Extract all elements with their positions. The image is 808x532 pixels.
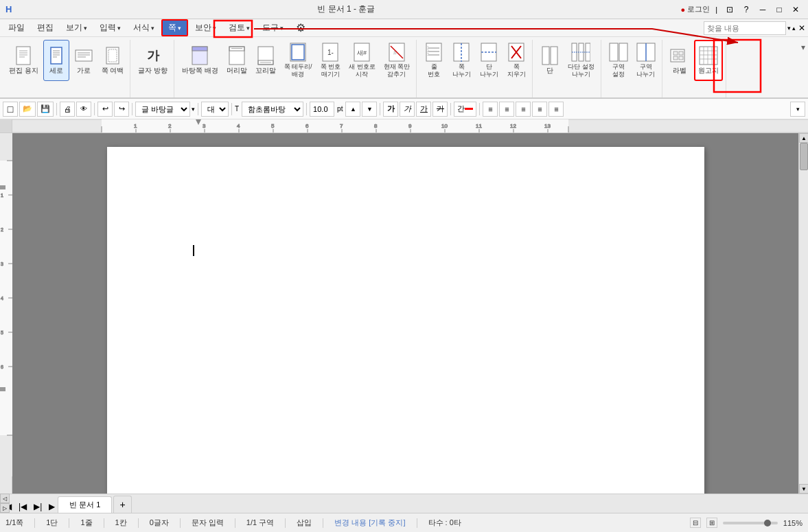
multi-col-label: 다단 설정나누기: [568, 63, 595, 78]
toolbar-style-select[interactable]: 글 바탕글: [135, 102, 190, 117]
toolbar-italic[interactable]: 가: [400, 102, 415, 117]
ribbon-btn-columns[interactable]: 단: [537, 40, 563, 81]
ribbon-btn-font-dir[interactable]: 가 글자 방향: [135, 40, 171, 81]
ribbon-btn-margin[interactable]: 쪽 여백: [98, 40, 128, 81]
toolbar-undo[interactable]: ↩: [97, 102, 113, 117]
ribbon-btn-new-num[interactable]: 새# 새 번호로시작: [345, 40, 379, 81]
ribbon-btn-section-setting[interactable]: 구역설정: [605, 40, 632, 81]
toolbar-underline[interactable]: 가: [416, 102, 431, 117]
section-break-label: 단나누기: [480, 63, 498, 78]
toolbar-expand[interactable]: ▾: [790, 102, 805, 117]
zoom-thumb[interactable]: [764, 520, 771, 527]
toolbar-align-left[interactable]: ≡: [483, 102, 498, 117]
toolbar-new[interactable]: □: [3, 102, 18, 117]
toolbar-strikethrough[interactable]: 가: [432, 102, 448, 117]
ribbon-btn-vertical[interactable]: 세로: [43, 40, 69, 81]
scroll-track[interactable]: [799, 143, 808, 484]
close-button[interactable]: ✕: [789, 3, 803, 16]
zoom-slider[interactable]: [723, 522, 778, 524]
ribbon-btn-edit-paper[interactable]: 편집 용지: [5, 40, 42, 81]
menu-extra[interactable]: ⚙: [290, 20, 311, 36]
scroll-thumb[interactable]: [800, 143, 808, 170]
minimize-button[interactable]: ─: [756, 3, 770, 16]
svg-rect-18: [229, 47, 244, 65]
toolbar-open[interactable]: 📂: [19, 102, 36, 117]
font-size-up[interactable]: ▲: [345, 102, 360, 117]
ribbon-btn-horizontal[interactable]: 가로: [71, 40, 97, 81]
toolbar-redo[interactable]: ↪: [114, 102, 129, 117]
resize-icon[interactable]: ⊡: [723, 3, 737, 16]
menu-view[interactable]: 보기▾: [60, 21, 93, 35]
status-insert: 삽입: [297, 518, 312, 528]
tab-first[interactable]: |◀: [16, 500, 30, 513]
ribbon-btn-header[interactable]: 머리말: [223, 40, 251, 81]
tab-add-button[interactable]: +: [113, 496, 131, 513]
scroll-down-button[interactable]: ▼: [799, 484, 808, 494]
toolbar-print[interactable]: 🖨: [60, 102, 75, 117]
section-divide-label: 구역나누기: [636, 63, 655, 78]
toolbar-distribute[interactable]: ≡: [549, 102, 564, 117]
ribbon-btn-label[interactable]: 라벨: [667, 40, 693, 81]
ribbon-btn-multi-col[interactable]: 다단 설정나누기: [564, 40, 598, 81]
new-num-icon: 새#: [352, 43, 371, 62]
ribbon-btn-footer[interactable]: 꼬리말: [252, 40, 279, 81]
bg-label: 바탕쪽 배경: [182, 67, 218, 74]
toolbar-align-center[interactable]: ≡: [499, 102, 514, 117]
toolbar-preview[interactable]: 👁: [76, 102, 91, 117]
view-mode-icon2[interactable]: ⊞: [706, 518, 717, 528]
next-page-button[interactable]: ▷: [0, 503, 10, 513]
menu-insert[interactable]: 입력▾: [94, 21, 126, 35]
menu-search-input[interactable]: [704, 21, 786, 35]
svg-rect-60: [679, 51, 683, 55]
tab-document1[interactable]: 빈 문서 1: [58, 496, 112, 513]
menu-page[interactable]: 쪽▾: [161, 19, 188, 36]
header-label: 머리말: [227, 67, 247, 74]
font-icon: T: [235, 105, 239, 113]
ribbon-buttons-page-elements: 바탕쪽 배경 머리말 꼬리말 쪽 테두리/배경: [178, 40, 413, 97]
columns-icon: [540, 46, 559, 65]
menu-review[interactable]: 검토▾: [223, 21, 255, 35]
prev-page-button[interactable]: ◁: [0, 494, 10, 503]
ribbon-expand-icon[interactable]: ▾: [801, 43, 805, 52]
font-size-down[interactable]: ▼: [362, 102, 377, 117]
svg-text:4: 4: [1, 296, 3, 301]
menu-tools[interactable]: 도구▾: [257, 21, 289, 35]
ribbon-btn-delete-break[interactable]: 쪽지우기: [503, 40, 529, 81]
style-dropdown-icon[interactable]: ▾: [192, 106, 195, 113]
ribbon-btn-border-bg[interactable]: 쪽 테두리/배경: [281, 40, 316, 81]
view-mode-icon[interactable]: ⊟: [690, 518, 701, 528]
toolbar-font-color[interactable]: 간: [454, 102, 476, 117]
toolbar-align-right[interactable]: ≡: [516, 102, 531, 117]
ribbon-btn-manuscript[interactable]: 원고지: [694, 40, 723, 81]
status-div4: [138, 518, 139, 528]
menu-edit[interactable]: 편집: [32, 21, 59, 35]
toolbar-justify[interactable]: ≡: [532, 102, 547, 117]
ribbon-btn-page-num[interactable]: 1- 쪽 번호매기기: [317, 40, 345, 81]
tab-next[interactable]: ▶: [46, 500, 58, 513]
manuscript-icon: [699, 46, 718, 65]
status-charcount: 0글자: [150, 518, 169, 528]
status-div5: [180, 518, 181, 528]
scroll-up-button[interactable]: ▲: [799, 133, 808, 143]
toolbar-bold[interactable]: 가: [383, 102, 398, 117]
ribbon-btn-section-divide[interactable]: 구역나누기: [633, 40, 659, 81]
ribbon-btn-hide-num[interactable]: # 현재 쪽만감추기: [380, 40, 414, 81]
menu-file[interactable]: 파일: [3, 21, 30, 35]
restore-button[interactable]: □: [772, 3, 786, 16]
toolbar-save[interactable]: 💾: [37, 102, 54, 117]
section-break-icon: [479, 43, 498, 62]
ribbon-btn-section-break[interactable]: 단나누기: [476, 40, 502, 81]
menu-format[interactable]: 서식▾: [128, 21, 160, 35]
toolbar-font-size[interactable]: [310, 102, 334, 117]
toolbar-font-select[interactable]: 함초롬바탕: [242, 102, 303, 117]
ribbon-btn-line-num[interactable]: 123 줄번호: [421, 40, 447, 81]
toolbar-outline-select[interactable]: 대표: [201, 102, 229, 117]
tab-last[interactable]: ▶|: [31, 500, 45, 513]
menu-security[interactable]: 보안▾: [189, 21, 222, 35]
help-button[interactable]: ?: [739, 3, 753, 16]
login-button[interactable]: ● 로그인: [680, 4, 710, 14]
ribbon-btn-col-break[interactable]: 쪽나누기: [448, 40, 474, 81]
ribbon-btn-bg[interactable]: 바탕쪽 배경: [178, 40, 222, 81]
scrollbar-vertical[interactable]: ▲ ▼ ◁ ▷: [798, 133, 808, 494]
document-area[interactable]: [12, 133, 798, 494]
